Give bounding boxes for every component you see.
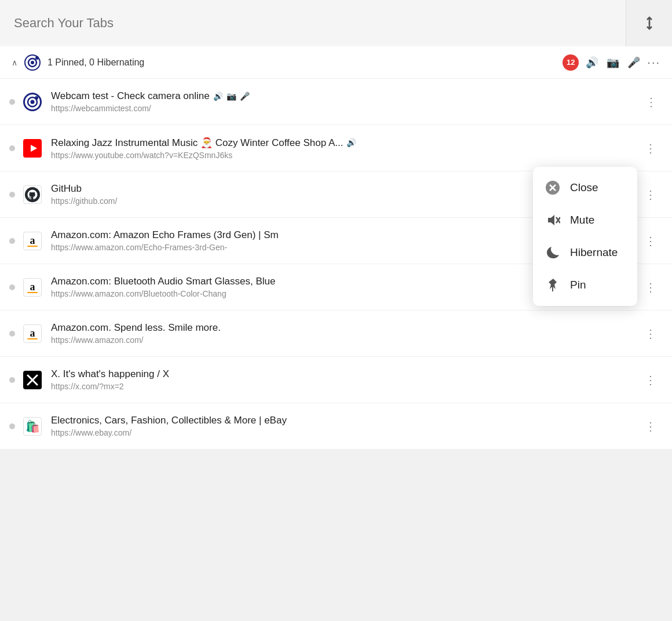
tab-favicon — [23, 371, 42, 389]
context-menu-pin[interactable]: Pin — [533, 269, 637, 301]
tab-url: https://x.com/?mx=2 — [51, 382, 641, 391]
amazon-a-icon: a — [30, 327, 35, 339]
x-logo-icon — [27, 374, 38, 386]
svg-point-8 — [31, 100, 35, 104]
ebay-favicon-icon: 🛍️ — [25, 419, 40, 433]
sort-icon — [641, 15, 658, 31]
tab-url: https://www.ebay.com/ — [51, 428, 641, 437]
context-pin-label: Pin — [570, 279, 586, 291]
tab-info: Relaxing Jazz Instrumental Music 🎅 Cozy … — [51, 137, 641, 160]
context-hibernate-label: Hibernate — [570, 246, 618, 259]
svg-point-5 — [35, 56, 39, 60]
tab-dot — [9, 99, 15, 105]
tab-dot — [9, 192, 15, 198]
context-menu: Close Mute Hibernate — [533, 167, 637, 306]
tab-dot — [9, 423, 15, 429]
tab-favicon — [23, 139, 42, 158]
group-header: ∧ 1 Pinned, 0 Hibernating 12 🔊 📷 🎤 ··· — [0, 46, 672, 79]
amazon-smile — [27, 338, 38, 339]
tab-title: Amazon.com. Spend less. Smile more. — [51, 322, 641, 334]
tab-dot — [9, 284, 15, 290]
context-close-label: Close — [570, 181, 598, 194]
tab-item: Relaxing Jazz Instrumental Music 🎅 Cozy … — [0, 125, 672, 171]
tab-favicon: 🛍️ — [23, 417, 42, 436]
tab-mic-icon: 🎤 — [240, 92, 250, 101]
tab-title: X. It's what's happening / X — [51, 368, 641, 380]
group-chevron[interactable]: ∧ — [12, 58, 17, 67]
tab-more-button[interactable]: ⋮ — [641, 185, 660, 204]
group-title: 1 Pinned, 0 Hibernating — [48, 57, 556, 68]
github-favicon-icon — [24, 187, 41, 203]
search-bar — [0, 0, 672, 46]
svg-marker-16 — [548, 215, 554, 225]
tab-title: Electronics, Cars, Fashion, Collectibles… — [51, 415, 641, 426]
tab-audio-icon: 🔊 — [213, 92, 223, 101]
moon-icon — [545, 244, 561, 261]
tab-favicon — [23, 93, 42, 111]
tab-favicon: a — [23, 278, 42, 297]
webcam-favicon-icon — [24, 94, 41, 110]
tab-dot — [9, 377, 15, 383]
tab-more-button[interactable]: ⋮ — [641, 324, 660, 343]
close-circle-icon — [545, 180, 561, 196]
tab-more-button[interactable]: ⋮ — [641, 278, 660, 297]
tab-title: Webcam test - Check camera online 🔊 📷 🎤 — [51, 90, 642, 102]
tab-favicon: a — [23, 324, 42, 343]
tab-info: Electronics, Cars, Fashion, Collectibles… — [51, 415, 641, 437]
tab-more-button[interactable]: ⋮ — [641, 371, 660, 389]
context-menu-close[interactable]: Close — [533, 171, 637, 204]
amazon-smile — [27, 292, 38, 293]
tab-item: GitHub https://github.com/ Close — [0, 171, 672, 218]
context-mute-label: Mute — [570, 214, 594, 227]
tab-audio-icon: 🔊 — [346, 138, 356, 147]
svg-point-9 — [35, 96, 38, 100]
tab-url: https://webcammictest.com/ — [51, 104, 642, 113]
tab-info: Webcam test - Check camera online 🔊 📷 🎤 … — [51, 90, 642, 113]
youtube-favicon-icon — [24, 140, 41, 156]
tab-item: a Amazon.com. Spend less. Smile more. ht… — [0, 310, 672, 357]
tab-more-button[interactable]: ⋮ — [641, 417, 660, 436]
tab-more-button[interactable]: ⋮ — [641, 139, 660, 158]
amazon-smile — [27, 246, 38, 247]
sort-button[interactable] — [626, 0, 672, 46]
mic-icon: 🎤 — [627, 56, 640, 69]
tab-dot — [9, 145, 15, 151]
tab-item: Webcam test - Check camera online 🔊 📷 🎤 … — [0, 79, 672, 125]
svg-point-4 — [31, 61, 34, 64]
video-icon: 📷 — [607, 56, 619, 69]
tab-info: Amazon.com. Spend less. Smile more. http… — [51, 322, 641, 345]
svg-point-12 — [25, 187, 40, 202]
context-menu-hibernate[interactable]: Hibernate — [533, 236, 637, 269]
tab-title: Relaxing Jazz Instrumental Music 🎅 Cozy … — [51, 137, 641, 149]
group-controls: 🔊 📷 🎤 — [586, 56, 640, 69]
group-more-button[interactable]: ··· — [647, 56, 660, 69]
pin-icon — [545, 277, 561, 293]
tab-url: https://www.amazon.com/ — [51, 335, 641, 345]
search-input[interactable] — [0, 0, 626, 46]
audio-icon: 🔊 — [586, 56, 598, 69]
tab-count-badge: 12 — [563, 54, 579, 71]
tab-list: Webcam test - Check camera online 🔊 📷 🎤 … — [0, 79, 672, 450]
tab-video-icon: 📷 — [227, 92, 236, 101]
tab-info: X. It's what's happening / X https://x.c… — [51, 368, 641, 391]
tab-item: 🛍️ Electronics, Cars, Fashion, Collectib… — [0, 403, 672, 450]
tab-favicon: a — [23, 232, 42, 250]
tab-favicon — [23, 185, 42, 204]
tab-more-button[interactable]: ⋮ — [641, 232, 660, 250]
amazon-a-icon: a — [30, 281, 35, 293]
group-favicon — [24, 54, 41, 71]
tab-more-button[interactable]: ⋮ — [642, 93, 660, 111]
tab-dot — [9, 238, 15, 244]
context-menu-mute[interactable]: Mute — [533, 204, 637, 236]
tab-url: https://www.youtube.com/watch?v=KEzQSmnJ… — [51, 151, 641, 160]
tab-dot — [9, 331, 15, 337]
mute-icon — [545, 212, 561, 228]
tab-item: X. It's what's happening / X https://x.c… — [0, 357, 672, 403]
amazon-a-icon: a — [30, 235, 35, 247]
